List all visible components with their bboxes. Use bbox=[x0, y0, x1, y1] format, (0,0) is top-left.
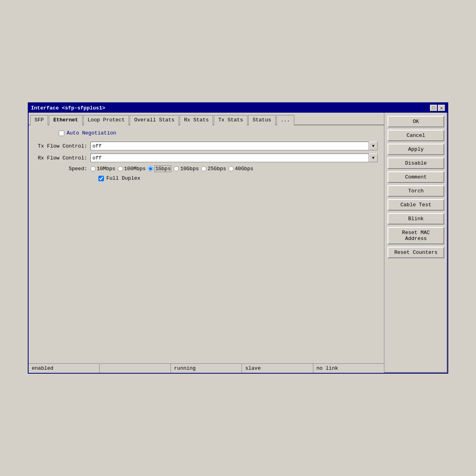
disable-button[interactable]: Disable bbox=[388, 157, 444, 169]
comment-button[interactable]: Comment bbox=[388, 171, 444, 183]
cancel-button[interactable]: Cancel bbox=[388, 130, 444, 141]
speed-40gbps: 40Gbps bbox=[228, 166, 253, 172]
speed-10gbps-radio[interactable] bbox=[174, 166, 179, 171]
duplex-row: Full Duplex bbox=[98, 175, 378, 181]
tab-rx-stats[interactable]: Rx Stats bbox=[180, 115, 213, 125]
tab-status[interactable]: Status bbox=[248, 115, 276, 125]
speed-10mbps: 10Mbps bbox=[90, 166, 115, 172]
speed-40gbps-radio[interactable] bbox=[228, 166, 234, 171]
tx-flow-dropdown[interactable]: ▼ bbox=[369, 142, 378, 150]
status-empty bbox=[100, 364, 171, 373]
rx-flow-dropdown[interactable]: ▼ bbox=[369, 154, 378, 162]
rx-flow-row: Rx Flow Control: ▼ bbox=[35, 154, 378, 162]
speed-10gbps: 10Gbps bbox=[174, 166, 199, 172]
speed-1gbps-label: 1Gbps bbox=[154, 165, 171, 172]
reset-counters-button[interactable]: Reset Counters bbox=[388, 247, 444, 258]
auto-negotiation-row: Auto Negotiation bbox=[59, 130, 378, 136]
speed-100mbps-label: 100Mbps bbox=[124, 166, 146, 172]
auto-negotiation-checkbox[interactable] bbox=[59, 131, 64, 136]
tab-tx-stats[interactable]: Tx Stats bbox=[214, 115, 247, 125]
speed-10gbps-label: 10Gbps bbox=[180, 166, 199, 172]
status-link: no link bbox=[313, 364, 384, 373]
tx-flow-row: Tx Flow Control: ▼ bbox=[35, 142, 378, 150]
speed-25gbps: 25Gbps bbox=[201, 166, 226, 172]
speed-label: Speed: bbox=[35, 166, 90, 172]
speed-25gbps-label: 25Gbps bbox=[207, 166, 226, 172]
content-area: Auto Negotiation Tx Flow Control: ▼ Rx F… bbox=[29, 125, 384, 363]
ok-button[interactable]: OK bbox=[388, 116, 444, 127]
minimize-button[interactable]: □ bbox=[430, 105, 437, 111]
speed-options: 10Mbps 100Mbps 1Gbps 10Gbps bbox=[90, 165, 253, 172]
status-running: running bbox=[171, 364, 242, 373]
full-duplex-checkbox[interactable] bbox=[98, 176, 104, 181]
speed-40gbps-label: 40Gbps bbox=[235, 166, 253, 172]
rx-flow-input[interactable] bbox=[90, 154, 369, 162]
tab-overall-stats[interactable]: Overall Stats bbox=[130, 115, 178, 125]
tab-more[interactable]: ... bbox=[276, 115, 294, 125]
auto-negotiation-label: Auto Negotiation bbox=[67, 130, 116, 136]
status-enabled: enabled bbox=[29, 364, 100, 373]
sidebar: OK Cancel Apply Disable Comment Torch Ca… bbox=[384, 113, 447, 373]
reset-mac-button[interactable]: Reset MAC Address bbox=[388, 227, 444, 244]
title-bar: Interface <sfp-sfpplus1> □ ✕ bbox=[29, 103, 447, 113]
apply-button[interactable]: Apply bbox=[388, 144, 444, 155]
tab-loop-protect[interactable]: Loop Protect bbox=[83, 115, 129, 125]
speed-10mbps-label: 10Mbps bbox=[97, 166, 115, 172]
tab-bar: SFP Ethernet Loop Protect Overall Stats … bbox=[29, 113, 384, 125]
torch-button[interactable]: Torch bbox=[388, 185, 444, 197]
rx-flow-label: Rx Flow Control: bbox=[35, 155, 90, 161]
speed-row: Speed: 10Mbps 100Mbps 1Gbps bbox=[35, 165, 378, 172]
speed-1gbps-radio[interactable] bbox=[148, 166, 153, 171]
status-bar: enabled running slave no link bbox=[29, 363, 384, 373]
full-duplex-label: Full Duplex bbox=[106, 175, 140, 181]
tx-flow-input[interactable] bbox=[90, 142, 369, 150]
title-bar-buttons: □ ✕ bbox=[430, 105, 445, 111]
tab-ethernet[interactable]: Ethernet bbox=[49, 115, 82, 125]
speed-25gbps-radio[interactable] bbox=[201, 166, 206, 171]
tab-sfp[interactable]: SFP bbox=[30, 115, 48, 125]
window-title: Interface <sfp-sfpplus1> bbox=[31, 105, 105, 111]
tx-flow-label: Tx Flow Control: bbox=[35, 143, 90, 149]
speed-10mbps-radio[interactable] bbox=[90, 166, 96, 171]
speed-100mbps: 100Mbps bbox=[118, 166, 146, 172]
close-button[interactable]: ✕ bbox=[438, 105, 445, 111]
status-slave: slave bbox=[242, 364, 313, 373]
window-body: SFP Ethernet Loop Protect Overall Stats … bbox=[29, 113, 447, 373]
tx-flow-wrapper: ▼ bbox=[90, 142, 378, 150]
blink-button[interactable]: Blink bbox=[388, 213, 444, 225]
main-window: Interface <sfp-sfpplus1> □ ✕ SFP Etherne… bbox=[28, 102, 448, 374]
speed-1gbps: 1Gbps bbox=[148, 165, 171, 172]
rx-flow-wrapper: ▼ bbox=[90, 154, 378, 162]
cable-test-button[interactable]: Cable Test bbox=[388, 199, 444, 211]
speed-100mbps-radio[interactable] bbox=[118, 166, 123, 171]
main-area: SFP Ethernet Loop Protect Overall Stats … bbox=[29, 113, 384, 373]
